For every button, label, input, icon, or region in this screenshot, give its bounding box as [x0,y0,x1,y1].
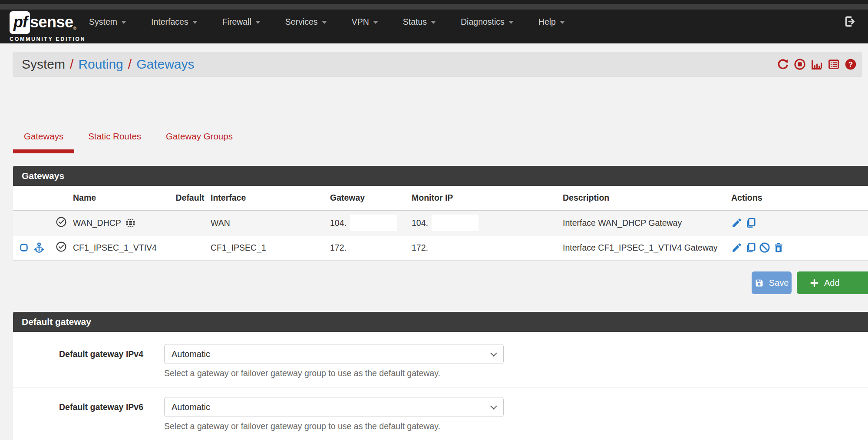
form-row-ipv4: Default gateway IPv4 Automatic Select a … [13,332,868,387]
monitor-ip: 104. [412,218,428,228]
ipv6-selected-value: Automatic [172,402,210,412]
log-icon[interactable] [828,58,840,70]
logo-edition: COMMUNITY EDITION [10,36,86,42]
col-actions: Actions [728,193,868,203]
logo-registered-mark: ® [73,26,76,31]
breadcrumb-bar: System / Routing / Gateways [13,52,862,76]
bar-chart-icon[interactable] [811,58,823,70]
col-description: Description [563,193,728,203]
trash-icon[interactable] [773,242,784,253]
gateways-button-row: Save Add [13,271,868,294]
menu-services[interactable]: Services [285,17,327,27]
col-name: Name [71,193,169,203]
table-row-wan-dhcp: WAN_DHCP WAN 104. 104. Interface WAN_DHC… [13,211,868,235]
anchor-icon[interactable] [33,242,45,253]
menu-vpn[interactable]: VPN [352,17,378,27]
add-button-label: Add [824,278,840,288]
col-monitor-ip: Monitor IP [412,193,563,203]
check-circle-icon [56,241,67,252]
caret-down-icon [192,21,198,24]
default-gateway-ipv6-select[interactable]: Automatic [164,397,504,417]
top-navbar: pf sense ® COMMUNITY EDITION System Inte… [0,0,868,43]
main-menu: System Interfaces Firewall Services VPN … [89,0,565,43]
sign-out-icon[interactable] [844,16,856,27]
stop-circle-icon[interactable] [794,58,806,70]
gateway-ip: 104. [330,218,347,228]
caret-down-icon [373,21,378,24]
tab-gateway-groups[interactable]: Gateway Groups [155,125,244,153]
monitor-ip: 172. [412,243,428,253]
default-gateway-panel: Default gateway Default gateway IPv4 Aut… [13,312,868,440]
menu-system[interactable]: System [89,17,126,27]
globe-icon [125,218,136,228]
chevron-down-icon [490,403,497,410]
default-gateway-ipv4-select[interactable]: Automatic [164,344,504,364]
caret-down-icon [508,21,514,24]
redaction-box [432,215,479,231]
breadcrumb-system: System [22,57,65,72]
menu-help[interactable]: Help [538,17,565,27]
ipv4-selected-value: Automatic [172,349,210,359]
menu-firewall[interactable]: Firewall [222,17,261,27]
tab-gateways[interactable]: Gateways [13,125,74,153]
breadcrumb-separator: / [128,57,132,72]
gateway-interface: CF1_IPSEC_1 [211,243,330,253]
caret-down-icon [121,21,126,24]
breadcrumb-actions: ? [777,52,857,76]
pfsense-logo[interactable]: pf sense ® COMMUNITY EDITION [10,11,86,42]
check-circle-icon [56,216,67,228]
svg-text:?: ? [848,60,853,69]
ipv6-label: Default gateway IPv6 [13,397,143,440]
breadcrumb-routing-link[interactable]: Routing [78,57,123,72]
ipv4-label: Default gateway IPv4 [13,344,143,387]
copy-icon[interactable] [745,217,756,228]
add-button[interactable]: Add [797,271,868,294]
tab-static-routes[interactable]: Static Routes [77,125,152,153]
ban-icon[interactable] [759,242,770,253]
gateway-description: Interface WAN_DHCP Gateway [563,218,728,228]
save-button[interactable]: Save [752,271,792,294]
menu-status[interactable]: Status [403,17,436,27]
form-row-ipv6: Default gateway IPv6 Automatic Select a … [13,387,868,440]
logo-sense: sense [30,14,73,30]
col-default: Default [169,193,211,203]
gateways-table-header: Name Default Interface Gateway Monitor I… [13,186,868,211]
ipv6-help-text: Select a gateway or failover gateway gro… [164,421,504,440]
gateway-ip: 172. [330,243,347,253]
caret-down-icon [560,21,565,24]
edit-icon[interactable] [731,242,743,253]
col-gateway: Gateway [330,193,412,203]
gateway-name: CF1_IPSEC_1_VTIV4 [73,243,157,253]
plus-icon [810,278,819,288]
breadcrumb-separator: / [70,57,73,72]
breadcrumb: System / Routing / Gateways [13,57,195,72]
square-outline-icon[interactable] [19,243,29,252]
help-icon[interactable]: ? [845,58,857,70]
chevron-down-icon [490,350,497,357]
gateway-description: Interface CF1_IPSEC_1_VTIV4 Gateway [563,243,728,253]
save-button-label: Save [769,278,789,288]
edit-icon[interactable] [731,217,743,228]
logo-pf: pf [10,11,30,34]
col-interface: Interface [211,193,330,203]
gateways-panel-title: Gateways [13,166,868,186]
default-gateway-panel-title: Default gateway [13,312,868,332]
ipv4-help-text: Select a gateway or failover gateway gro… [164,368,504,387]
routing-tabs: Gateways Static Routes Gateway Groups [13,125,244,153]
table-row-cf1-ipsec: CF1_IPSEC_1_VTIV4 CF1_IPSEC_1 172. 172. … [13,235,868,260]
gateway-interface: WAN [211,218,330,228]
caret-down-icon [431,21,436,24]
gateways-panel: Gateways Name Default Interface Gateway … [13,166,868,260]
redaction-box [350,215,397,231]
save-icon [755,278,764,288]
breadcrumb-gateways-link[interactable]: Gateways [136,57,194,72]
menu-interfaces[interactable]: Interfaces [151,17,198,27]
caret-down-icon [255,21,261,24]
gateway-name: WAN_DHCP [73,218,121,228]
refresh-icon[interactable] [777,58,789,70]
menu-diagnostics[interactable]: Diagnostics [461,17,514,27]
copy-icon[interactable] [745,242,756,253]
caret-down-icon [322,21,327,24]
